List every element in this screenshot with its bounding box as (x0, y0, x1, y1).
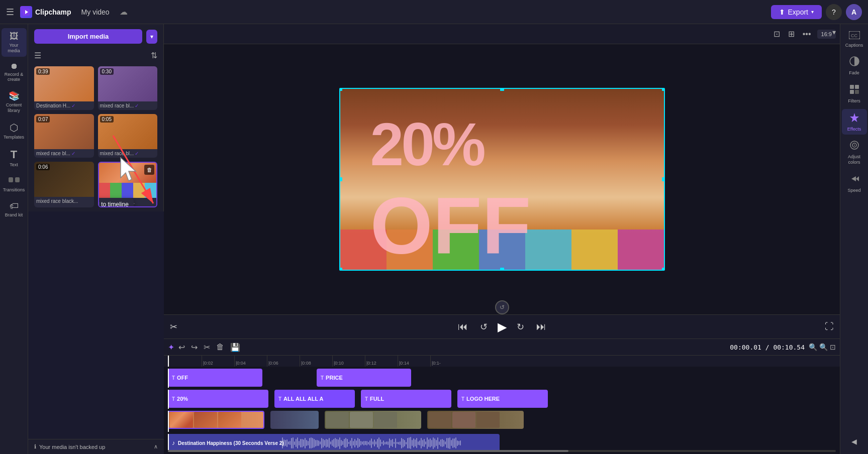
timeline-expand-icon[interactable]: ▾ (832, 28, 836, 333)
ruler-mark-8: |0:08 (300, 356, 332, 367)
export-icon: ⬆ (779, 8, 785, 16)
delete-button[interactable]: 🗑 (214, 340, 226, 354)
audio-clip[interactable]: ♪ Destination Happiness (30 Seconds Vers… (168, 434, 500, 450)
sidebar-item-adjust-colors[interactable]: Adjust colors (842, 137, 867, 168)
sidebar-item-brand-kit[interactable]: 🏷 Brand kit (2, 198, 27, 221)
timeline-total-time: 00:10.54 (773, 344, 805, 351)
resize-button[interactable]: ⊞ (786, 27, 797, 41)
media-item-mixed-2[interactable]: 0:07 mixed race bl... ✓ (34, 114, 94, 158)
sidebar-item-record-create[interactable]: ⏺ Record &create (2, 59, 27, 86)
clip-20[interactable]: T 20% (168, 390, 268, 408)
sidebar-item-fade[interactable]: Fade (842, 53, 867, 79)
zoom-fit-button[interactable]: ⊡ (830, 343, 836, 351)
clip-logo-here[interactable]: T LOGO HERE (457, 390, 548, 408)
record-icon: ⏺ (10, 62, 18, 71)
handle-bottom-middle[interactable] (500, 268, 504, 271)
export-button[interactable]: ⬆ Export ▾ (771, 5, 822, 19)
captions-button[interactable]: CC Captions (843, 28, 865, 51)
backup-bar[interactable]: ℹ Your media isn't backed up ∧ (28, 439, 164, 454)
app-logo: Clipchamp (20, 6, 71, 18)
filter-icon[interactable]: ☰ (34, 51, 41, 60)
sidebar-item-templates[interactable]: ⬡ Templates (2, 119, 27, 143)
sidebar-item-effects[interactable]: Effects (842, 109, 867, 135)
media-name: Destination H... ✓ (34, 101, 94, 110)
info-icon: ℹ (34, 443, 36, 450)
main-area: 🖼 Your media ⏺ Record &create 📚 Contentl… (0, 24, 868, 454)
help-button[interactable]: ? (826, 4, 842, 20)
handle-bottom-right[interactable] (662, 268, 665, 271)
sidebar-item-filters[interactable]: Filters (842, 81, 867, 107)
import-media-button[interactable]: Import media (34, 29, 142, 44)
play-button[interactable]: ▶ (498, 320, 507, 334)
ruler-playhead (168, 356, 169, 367)
ruler-mark-14: |0:14 (398, 356, 430, 367)
crop-button[interactable]: ⊡ (771, 27, 782, 41)
more-options-button[interactable]: ••• (801, 28, 813, 41)
media-item-destination-h[interactable]: 0:39 Destination H... ✓ (34, 66, 94, 110)
handle-top-middle[interactable] (500, 88, 504, 91)
forward5-button[interactable]: ↻ (515, 319, 526, 334)
backup-text: Your media isn't backed up (39, 444, 105, 450)
hamburger-menu-icon[interactable]: ☰ (6, 7, 14, 18)
media-delete-button[interactable]: 🗑 (144, 165, 154, 175)
media-item-mixed-3[interactable]: 0:05 mixed race bl... ✓ (98, 114, 158, 158)
video-clip-3[interactable] (325, 411, 421, 429)
handle-top-left[interactable] (339, 88, 342, 91)
sort-icon[interactable]: ⇅ (151, 51, 157, 60)
video-clip-2[interactable] (270, 411, 319, 429)
handle-middle-right[interactable] (662, 177, 665, 181)
sparkle-icon: ✦ (168, 343, 174, 352)
speed-label: Speed (847, 188, 860, 193)
export-label: Export (788, 8, 808, 16)
zoom-in-button[interactable]: 🔍 (809, 343, 817, 351)
timeline-scrollbar[interactable] (168, 450, 836, 452)
cloud-sync-icon: ☁ (120, 7, 128, 17)
app-name: Clipchamp (35, 8, 71, 16)
left-sidebar: 🖼 Your media ⏺ Record &create 📚 Contentl… (0, 24, 28, 454)
track-row-video (168, 411, 840, 432)
preview-text-off: OFF (370, 179, 531, 271)
video-clip-1[interactable] (168, 411, 264, 429)
track-playhead-4 (168, 434, 169, 450)
import-media-chevron-button[interactable]: ▾ (146, 30, 157, 44)
svg-rect-8 (855, 85, 859, 89)
media-duration: 0:06 (36, 164, 50, 170)
top-nav-right: ⬆ Export ▾ ? A (771, 4, 862, 20)
media-name: mixed race bl... ✓ (34, 149, 94, 158)
undo-button[interactable]: ↩ (176, 340, 187, 354)
clip-20-label: 20% (177, 396, 188, 402)
audio-clip-label: Destination Happiness (30 Seconds Verse … (178, 440, 284, 446)
clip-price[interactable]: T PRICE (317, 369, 411, 387)
media-item-mixed-1[interactable]: 0:30 mixed race bl... ✓ (98, 66, 158, 110)
sidebar-item-speed[interactable]: Speed (842, 170, 867, 196)
save-button[interactable]: 💾 (228, 340, 242, 354)
media-item-my-video[interactable]: 🗑 My video 2.m... Add to timeline (98, 162, 158, 207)
handle-top-right[interactable] (662, 88, 665, 91)
handle-middle-left[interactable] (339, 177, 342, 181)
redo-button[interactable]: ↪ (189, 340, 200, 354)
back5-button[interactable]: ↺ (478, 319, 490, 334)
zoom-out-button[interactable]: 🔍 (819, 343, 828, 351)
sidebar-item-your-media[interactable]: 🖼 Your media (2, 28, 27, 57)
sidebar-item-text[interactable]: T Text (2, 145, 27, 171)
sidebar-item-transitions[interactable]: Transitions (2, 172, 27, 196)
timeline-toolbar: ✦ ↩ ↪ ✂ 🗑 💾 00:00.01 / 00:10.54 🔍 🔍 ⊡ (164, 339, 840, 356)
video-clip-4[interactable] (427, 411, 524, 429)
handle-bottom-left[interactable] (339, 268, 342, 271)
sidebar-item-content-library[interactable]: 📚 Contentlibrary (2, 87, 27, 117)
clip-full[interactable]: T FULL (361, 390, 451, 408)
project-title[interactable]: My video (77, 6, 114, 18)
user-avatar[interactable]: A (846, 4, 862, 20)
timeline-time: 00:00.01 / 00:10.54 (730, 344, 805, 351)
ruler-marks: |0:02 |0:04 |0:06 |0:08 |0:10 |0:12 |0:1… (168, 356, 463, 367)
playback-controls: ✂ ⏮ ↺ ▶ ↻ ⏭ ⛶ (164, 314, 840, 338)
media-item-mixed-black[interactable]: 0:06 mixed race black... (34, 162, 94, 207)
right-sidebar-expand[interactable]: ◀ (847, 433, 861, 450)
cut-button[interactable]: ✂ (202, 340, 212, 354)
scissors-button[interactable]: ✂ (170, 321, 177, 332)
media-name: mixed race black... (34, 197, 94, 205)
rewind-button[interactable]: ⏮ (456, 319, 470, 334)
clip-off[interactable]: T OFF (168, 369, 262, 387)
skip-button[interactable]: ⏭ (534, 319, 548, 334)
clip-all[interactable]: T ALL ALL ALL A (274, 390, 355, 408)
